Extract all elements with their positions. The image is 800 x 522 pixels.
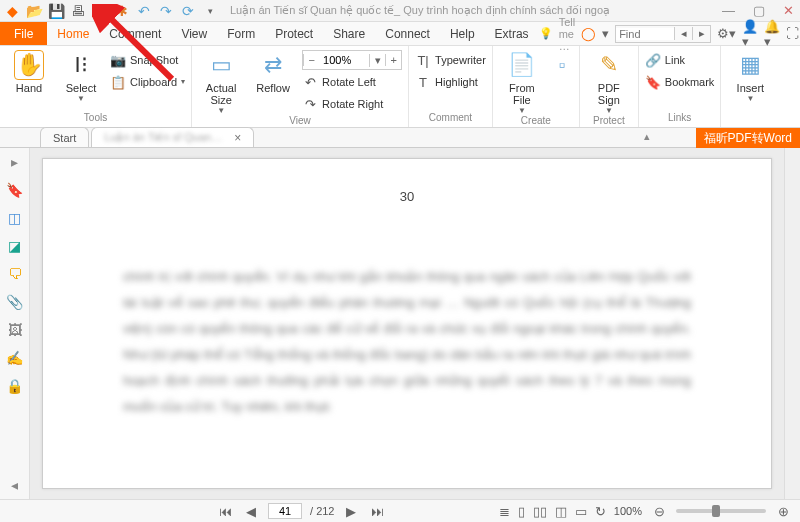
new-file-icon: 📄 <box>507 50 537 80</box>
zoom-in-status-icon[interactable]: ⊕ <box>774 504 792 519</box>
tab-connect[interactable]: Connect <box>375 22 440 45</box>
insert-button[interactable]: ▦ Insert ▼ <box>727 50 773 103</box>
tab-protect[interactable]: Protect <box>265 22 323 45</box>
snapshot-button[interactable]: 📷 SnapShot <box>110 50 185 70</box>
facing-icon[interactable]: ▯▯ <box>533 504 547 519</box>
tab-share[interactable]: Share <box>323 22 375 45</box>
chevron-down-icon: ▼ <box>605 106 613 115</box>
blank-button[interactable]: ▫ <box>551 50 573 80</box>
zoom-out-icon[interactable]: − <box>303 54 319 66</box>
continuous-view-icon[interactable]: ≣ <box>499 504 510 519</box>
link-icon: 🔗 <box>645 52 661 68</box>
find-box[interactable]: ◂ ▸ <box>615 25 711 43</box>
last-page-icon[interactable]: ⏭ <box>368 504 386 519</box>
vertical-scrollbar[interactable] <box>784 148 800 499</box>
nav-expand-icon[interactable]: ◂ <box>11 477 18 493</box>
bookmark-button[interactable]: 🔖 Bookmark <box>645 72 715 92</box>
palette-icon[interactable]: ▾ <box>602 26 609 41</box>
tab-help[interactable]: Help <box>440 22 485 45</box>
minimize-icon[interactable]: ― <box>722 3 735 18</box>
tab-extras[interactable]: Extras <box>485 22 539 45</box>
tab-current-doc[interactable]: Luận án Tiến sĩ Quan… × <box>91 127 254 147</box>
new-icon[interactable]: ✱ <box>114 3 130 19</box>
attachments-panel-icon[interactable]: 📎 <box>6 294 23 310</box>
comments-panel-icon[interactable]: 🗨 <box>8 266 22 282</box>
actual-size-button[interactable]: ▭ Actual Size ▼ <box>198 50 244 115</box>
read-mode-icon[interactable]: ▭ <box>575 504 587 519</box>
window-controls: ― ▢ ✕ <box>722 3 794 18</box>
typewriter-button[interactable]: T| Typewriter <box>415 50 486 70</box>
find-next-icon[interactable]: ▸ <box>692 27 710 40</box>
select-button[interactable]: I⁝ Select ▼ <box>58 50 104 103</box>
tab-form[interactable]: Form <box>217 22 265 45</box>
tellme-icon[interactable]: 💡 <box>539 27 553 40</box>
zoom-out-status-icon[interactable]: ⊖ <box>650 504 668 519</box>
pdf-sign-button[interactable]: ✎ PDF Sign ▼ <box>586 50 632 115</box>
highlight-button[interactable]: T Highlight <box>415 72 486 92</box>
page-icon: ▭ <box>206 50 236 80</box>
print-icon[interactable]: 🖶 <box>70 3 86 19</box>
zoom-dropdown-icon[interactable]: ▾ <box>369 54 385 67</box>
zoom-combo[interactable]: − ▾ + <box>302 50 402 70</box>
camera-icon: 📷 <box>110 52 126 68</box>
hand-button[interactable]: ✋ Hand <box>6 50 52 94</box>
reflow-button[interactable]: ⇄ Reflow <box>250 50 296 94</box>
signature-panel-icon[interactable]: ✍ <box>6 350 23 366</box>
convert-to-word-button[interactable]: 福昕PDF转Word <box>696 128 800 148</box>
tab-start[interactable]: Start <box>40 127 89 147</box>
tab-close-icon[interactable]: × <box>234 131 241 145</box>
group-comment: T| Typewriter T Highlight Comment <box>409 46 493 127</box>
pages-panel-icon[interactable]: ◫ <box>8 210 21 226</box>
mail-icon[interactable]: ✉ <box>92 3 108 19</box>
find-prev-icon[interactable]: ◂ <box>674 27 692 40</box>
refresh-icon[interactable]: ◯ <box>581 26 596 41</box>
page-separator: / 212 <box>310 505 334 517</box>
close-icon[interactable]: ✕ <box>783 3 794 18</box>
layers-panel-icon[interactable]: ◪ <box>8 238 21 254</box>
current-page-input[interactable] <box>268 503 302 519</box>
rotate-right-button[interactable]: ↷ Rotate Right <box>302 94 402 114</box>
tab-view[interactable]: View <box>171 22 217 45</box>
single-page-icon[interactable]: ▯ <box>518 504 525 519</box>
maximize-icon[interactable]: ▢ <box>753 3 765 18</box>
find-input[interactable] <box>616 28 674 40</box>
group-links: 🔗 Link 🔖 Bookmark Links <box>639 46 722 127</box>
first-page-icon[interactable]: ⏮ <box>216 504 234 519</box>
from-file-button[interactable]: 📄 From File ▼ <box>499 50 545 115</box>
tab-file[interactable]: File <box>0 22 47 45</box>
chevron-down-icon: ▾ <box>181 77 185 86</box>
select-icon: I⁝ <box>66 50 96 80</box>
open-icon[interactable]: 📂 <box>26 3 42 19</box>
page-area[interactable]: 30 chính trị với chính quyền. Ví dụ như … <box>30 148 784 499</box>
zoom-thumb[interactable] <box>712 505 720 517</box>
next-page-icon[interactable]: ▶ <box>342 504 360 519</box>
bookmarks-panel-icon[interactable]: 🔖 <box>6 182 23 198</box>
user-icon[interactable]: 👤▾ <box>742 19 758 49</box>
zoom-in-icon[interactable]: + <box>385 54 401 66</box>
tab-home[interactable]: Home <box>47 22 99 45</box>
redo-icon[interactable]: ↷ <box>158 3 174 19</box>
rotate-left-button[interactable]: ↶ Rotate Left <box>302 72 402 92</box>
fullscreen-icon[interactable]: ⛶▾ <box>786 26 800 41</box>
reload-icon[interactable]: ⟳ <box>180 3 196 19</box>
rotate-view-icon[interactable]: ↻ <box>595 504 606 519</box>
zoom-slider[interactable] <box>676 509 766 513</box>
bell-icon[interactable]: 🔔▾ <box>764 19 780 49</box>
prev-page-icon[interactable]: ◀ <box>242 504 260 519</box>
link-button[interactable]: 🔗 Link <box>645 50 715 70</box>
zoom-input[interactable] <box>319 54 369 66</box>
undo-icon[interactable]: ↶ <box>136 3 152 19</box>
qat-more-icon[interactable]: ▾ <box>202 3 218 19</box>
page-body-text: chính trị với chính quyền. Ví dụ như khi… <box>123 264 691 420</box>
collapse-ribbon-icon[interactable]: ▴ <box>644 130 650 143</box>
save-icon[interactable]: 💾 <box>48 3 64 19</box>
tellme-text[interactable]: Tell me … <box>559 16 576 52</box>
search-settings-icon[interactable]: ⚙▾ <box>717 26 736 41</box>
continuous-facing-icon[interactable]: ◫ <box>555 504 567 519</box>
group-insert: ▦ Insert ▼ <box>721 46 779 127</box>
security-panel-icon[interactable]: 🔒 <box>6 378 23 394</box>
expand-nav-icon[interactable]: ▸ <box>11 154 18 170</box>
image-panel-icon[interactable]: 🖼 <box>8 322 22 338</box>
clipboard-button[interactable]: 📋 Clipboard ▾ <box>110 72 185 92</box>
tab-comment[interactable]: Comment <box>99 22 171 45</box>
